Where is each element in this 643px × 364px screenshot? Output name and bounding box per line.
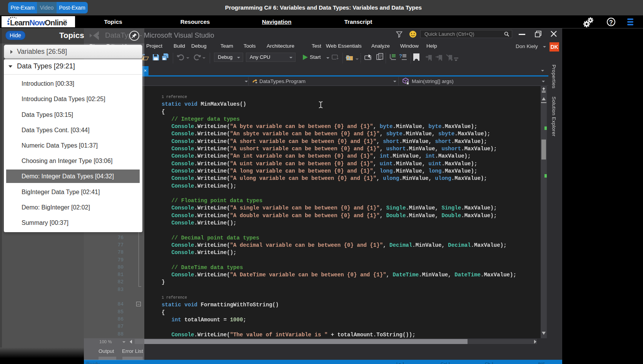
svg-text:?: ? [399,53,402,59]
svg-text:TM: TM [63,19,67,22]
svg-text:LearnNowOnline: LearnNowOnline [10,18,67,27]
